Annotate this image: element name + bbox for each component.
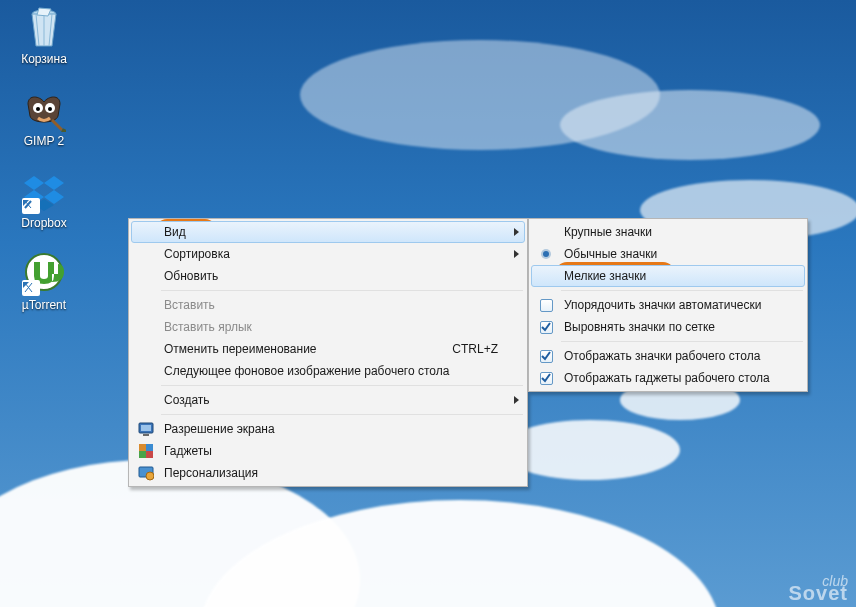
chevron-right-icon	[508, 228, 524, 236]
desktop-icon-label: GIMP 2	[24, 134, 64, 148]
menu-item-large-icons[interactable]: Крупные значки	[531, 221, 805, 243]
view-submenu: Крупные значки Обычные значки Мелкие зна…	[528, 218, 808, 392]
svg-rect-10	[143, 434, 149, 436]
menu-item-small-icons[interactable]: Мелкие значки	[531, 265, 805, 287]
menu-label: Вставить	[160, 298, 508, 312]
svg-point-4	[48, 107, 52, 111]
menu-item-undo-rename[interactable]: Отменить переименование CTRL+Z	[131, 338, 525, 360]
chevron-right-icon	[508, 250, 524, 258]
dropbox-icon	[22, 170, 66, 214]
recycle-bin-icon	[22, 6, 66, 50]
menu-item-personalize[interactable]: Персонализация	[131, 462, 525, 484]
desktop-context-menu: Вид Сортировка Обновить Вставить Вставит…	[128, 218, 528, 487]
checkbox-checked-icon	[540, 350, 553, 363]
desktop-icon-gimp[interactable]: GIMP 2	[8, 88, 80, 148]
menu-label: Вид	[160, 225, 508, 239]
utorrent-icon	[22, 252, 66, 296]
menu-item-align-grid[interactable]: Выровнять значки по сетке	[531, 316, 805, 338]
menu-item-show-desktop-icons[interactable]: Отображать значки рабочего стола	[531, 345, 805, 367]
menu-separator	[161, 385, 523, 386]
menu-label: Мелкие значки	[560, 269, 804, 283]
menu-label: Выровнять значки по сетке	[560, 320, 804, 334]
gadgets-icon	[138, 443, 154, 459]
svg-rect-11	[139, 444, 146, 451]
menu-label: Обновить	[160, 269, 508, 283]
watermark: club Sovet	[789, 573, 848, 601]
menu-item-auto-arrange[interactable]: Упорядочить значки автоматически	[531, 294, 805, 316]
menu-label: Следующее фоновое изображение рабочего с…	[160, 364, 508, 378]
svg-rect-12	[146, 444, 153, 451]
menu-label: Вставить ярлык	[160, 320, 508, 334]
menu-separator	[561, 341, 803, 342]
menu-item-paste-shortcut: Вставить ярлык	[131, 316, 525, 338]
svg-rect-14	[146, 451, 153, 458]
menu-label: Сортировка	[160, 247, 508, 261]
display-icon	[138, 421, 154, 437]
desktop-icon-label: Dropbox	[21, 216, 66, 230]
menu-label: Гаджеты	[160, 444, 508, 458]
menu-label: Создать	[160, 393, 508, 407]
menu-item-view[interactable]: Вид	[131, 221, 525, 243]
menu-item-screen-resolution[interactable]: Разрешение экрана	[131, 418, 525, 440]
checkbox-checked-icon	[540, 372, 553, 385]
menu-item-create[interactable]: Создать	[131, 389, 525, 411]
menu-item-refresh[interactable]: Обновить	[131, 265, 525, 287]
menu-item-medium-icons[interactable]: Обычные значки	[531, 243, 805, 265]
desktop-icons: Корзина GIMP 2	[8, 6, 80, 312]
menu-item-next-background[interactable]: Следующее фоновое изображение рабочего с…	[131, 360, 525, 382]
menu-label: Персонализация	[160, 466, 508, 480]
menu-item-gadgets[interactable]: Гаджеты	[131, 440, 525, 462]
menu-label: Разрешение экрана	[160, 422, 508, 436]
menu-label: Отображать значки рабочего стола	[560, 349, 804, 363]
menu-label: Отображать гаджеты рабочего стола	[560, 371, 804, 385]
menu-shortcut: CTRL+Z	[452, 342, 508, 356]
menu-separator	[161, 290, 523, 291]
desktop-icon-label: µTorrent	[22, 298, 66, 312]
checkbox-checked-icon	[540, 321, 553, 334]
checkbox-icon	[540, 299, 553, 312]
menu-label: Обычные значки	[560, 247, 804, 261]
menu-separator	[561, 290, 803, 291]
chevron-right-icon	[508, 396, 524, 404]
menu-item-sort[interactable]: Сортировка	[131, 243, 525, 265]
menu-label: Крупные значки	[560, 225, 804, 239]
menu-item-paste: Вставить	[131, 294, 525, 316]
svg-point-2	[36, 107, 40, 111]
desktop-icon-dropbox[interactable]: Dropbox	[8, 170, 80, 230]
menu-separator	[161, 414, 523, 415]
watermark-line2: Sovet	[789, 585, 848, 601]
menu-label: Отменить переименование	[160, 342, 452, 356]
personalize-icon	[138, 465, 154, 481]
desktop-icon-recycle-bin[interactable]: Корзина	[8, 6, 80, 66]
desktop-icon-utorrent[interactable]: µTorrent	[8, 252, 80, 312]
radio-checked-icon	[543, 251, 549, 257]
svg-rect-13	[139, 451, 146, 458]
svg-point-16	[146, 472, 154, 480]
menu-label: Упорядочить значки автоматически	[560, 298, 804, 312]
svg-rect-9	[141, 425, 151, 431]
menu-item-show-gadgets[interactable]: Отображать гаджеты рабочего стола	[531, 367, 805, 389]
desktop-icon-label: Корзина	[21, 52, 67, 66]
gimp-icon	[22, 88, 66, 132]
